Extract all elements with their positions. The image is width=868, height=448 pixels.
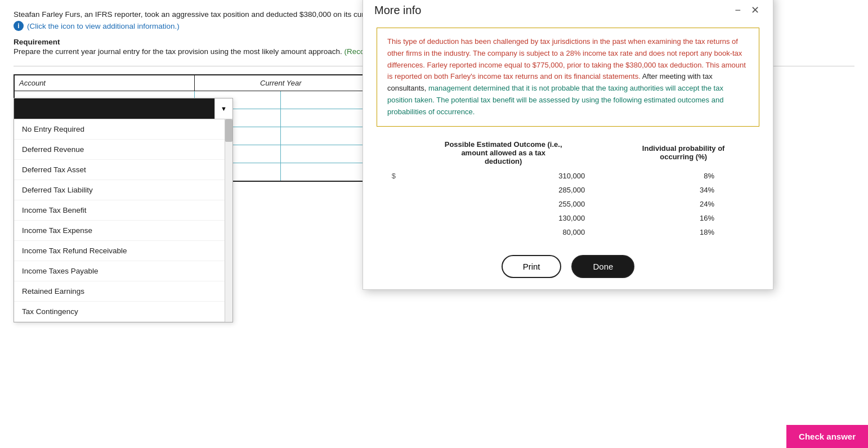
dropdown-scrollbar-thumb bbox=[225, 119, 232, 142]
credit-cell-2[interactable] bbox=[281, 109, 368, 127]
outcome-dollar-4 bbox=[377, 211, 399, 225]
outcome-prob-3: 24% bbox=[607, 197, 759, 211]
info-icon[interactable]: i bbox=[14, 21, 24, 31]
outcome-col-amount: Possible Estimated Outcome (i.e.,amount … bbox=[399, 137, 607, 169]
dropdown-item-deferred-revenue[interactable]: Deferred Revenue bbox=[14, 140, 232, 160]
dropdown-overlay: ▼ No Entry Required Deferred Revenue Def… bbox=[14, 98, 233, 322]
dropdown-list: No Entry Required Deferred Revenue Defer… bbox=[14, 119, 232, 322]
modal-close-button[interactable]: ✕ bbox=[749, 3, 762, 17]
outcome-prob-4: 16% bbox=[607, 211, 759, 225]
outcome-row-2: 285,000 34% bbox=[377, 183, 759, 197]
modal-info-text-3: management determined that it is not pro… bbox=[387, 84, 723, 116]
done-button[interactable]: Done bbox=[571, 255, 634, 278]
modal-body: This type of deduction has been challeng… bbox=[363, 22, 773, 249]
dropdown-search-row: ▼ bbox=[14, 98, 232, 119]
requirement-body-text: Prepare the current year journal entry f… bbox=[14, 47, 342, 56]
credit-input-2[interactable] bbox=[281, 109, 367, 127]
outcome-prob-1: 8% bbox=[607, 169, 759, 183]
print-button[interactable]: Print bbox=[502, 255, 562, 278]
credit-input-5[interactable] bbox=[281, 163, 367, 181]
modal-title: More info bbox=[374, 4, 421, 17]
credit-cell-3[interactable] bbox=[281, 127, 368, 145]
modal-header: More info − ✕ bbox=[363, 0, 773, 22]
col-current-year-header: Current Year bbox=[194, 75, 368, 91]
credit-cell-4[interactable] bbox=[281, 145, 368, 163]
dropdown-item-income-tax-expense[interactable]: Income Tax Expense bbox=[14, 221, 232, 241]
outcome-amount-1: 310,000 bbox=[399, 169, 607, 183]
dropdown-scrollbar-track[interactable] bbox=[225, 119, 232, 322]
dropdown-search-input[interactable] bbox=[14, 98, 214, 119]
credit-input-4[interactable] bbox=[281, 145, 367, 163]
journal-area: Account Current Year bbox=[14, 74, 368, 182]
dropdown-item-income-tax-benefit[interactable]: Income Tax Benefit bbox=[14, 200, 232, 221]
outcome-dollar-3 bbox=[377, 197, 399, 211]
outcome-amount-2: 285,000 bbox=[399, 183, 607, 197]
credit-cell-5[interactable] bbox=[281, 163, 368, 181]
modal-footer: Print Done bbox=[363, 249, 773, 289]
outcome-prob-5: 18% bbox=[607, 225, 759, 239]
outcome-dollar-1: $ bbox=[377, 169, 399, 183]
modal-minimize-button[interactable]: − bbox=[732, 4, 743, 16]
outcome-row-1: $ 310,000 8% bbox=[377, 169, 759, 183]
modal-info-box: This type of deduction has been challeng… bbox=[377, 28, 759, 127]
outcome-prob-2: 34% bbox=[607, 183, 759, 197]
dropdown-item-income-tax-refund[interactable]: Income Tax Refund Receivable bbox=[14, 241, 232, 261]
dropdown-item-deferred-tax-asset[interactable]: Deferred Tax Asset bbox=[14, 160, 232, 180]
dropdown-item-no-entry[interactable]: No Entry Required bbox=[14, 119, 232, 140]
outcome-table: Possible Estimated Outcome (i.e.,amount … bbox=[377, 137, 759, 239]
dropdown-item-retained-earnings[interactable]: Retained Earnings bbox=[14, 281, 232, 302]
outcome-dollar-5 bbox=[377, 225, 399, 239]
dropdown-arrow-btn[interactable]: ▼ bbox=[214, 98, 232, 119]
outcome-amount-3: 255,000 bbox=[399, 197, 607, 211]
outcome-row-5: 80,000 18% bbox=[377, 225, 759, 239]
page-wrapper: Steafan Farley Furs, an IFRS reporter, t… bbox=[0, 0, 868, 448]
credit-cell-1[interactable] bbox=[281, 91, 368, 109]
info-link-text[interactable]: (Click the icon to view additional infor… bbox=[27, 22, 180, 30]
outcome-dollar-2 bbox=[377, 183, 399, 197]
outcome-amount-5: 80,000 bbox=[399, 225, 607, 239]
more-info-modal: More info − ✕ This type of deduction has… bbox=[363, 0, 773, 290]
outcome-amount-4: 130,000 bbox=[399, 211, 607, 225]
check-answer-button[interactable]: Check answer bbox=[786, 425, 868, 448]
dropdown-item-tax-contingency[interactable]: Tax Contingency bbox=[14, 302, 232, 322]
credit-input-1[interactable] bbox=[281, 91, 367, 109]
outcome-row-4: 130,000 16% bbox=[377, 211, 759, 225]
col-account-header: Account bbox=[14, 75, 194, 91]
main-area: Account Current Year bbox=[14, 74, 854, 182]
dropdown-item-income-taxes-payable[interactable]: Income Taxes Payable bbox=[14, 261, 232, 281]
outcome-col-dollar bbox=[377, 137, 399, 169]
credit-input-3[interactable] bbox=[281, 127, 367, 145]
outcome-col-prob: Individual probability ofoccurring (%) bbox=[607, 137, 759, 169]
dropdown-item-deferred-tax-liability[interactable]: Deferred Tax Liability bbox=[14, 180, 232, 200]
modal-controls: − ✕ bbox=[732, 3, 762, 17]
outcome-row-3: 255,000 24% bbox=[377, 197, 759, 211]
